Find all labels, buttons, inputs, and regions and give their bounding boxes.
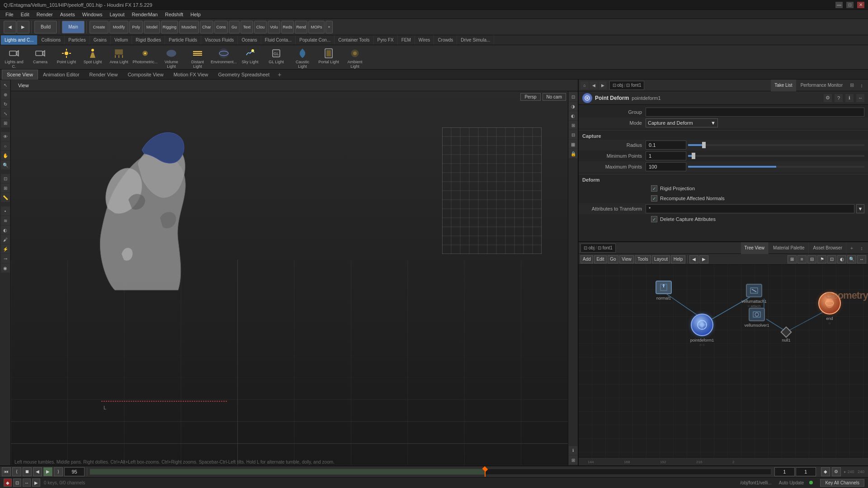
tl-forward-btn[interactable]: ⟩ xyxy=(54,467,63,476)
reds-tab[interactable]: Reds xyxy=(281,21,294,33)
bones-tool[interactable]: ⊸ xyxy=(1,254,10,263)
mops-tab[interactable]: MOPs xyxy=(308,21,325,33)
global-anim-btn[interactable]: ⊡ xyxy=(13,479,21,487)
render-view-tab[interactable]: Render View xyxy=(85,70,123,80)
char-tab[interactable]: Char xyxy=(200,21,213,33)
scale-tool[interactable]: ⤡ xyxy=(1,109,10,118)
motion-fx-view-tab[interactable]: Motion FX View xyxy=(169,70,213,80)
sky-light-button[interactable]: Sky Light xyxy=(238,46,262,66)
volu-tab[interactable]: Volu xyxy=(268,21,280,33)
ng-nav-forward-btn[interactable]: ▶ xyxy=(699,255,708,263)
ng-grid-view-btn[interactable]: ⊟ xyxy=(807,255,816,263)
ng-color-btn[interactable]: ◐ xyxy=(837,255,846,263)
ng-search-btn[interactable]: 🔍 xyxy=(847,255,856,263)
text-tab[interactable]: Text xyxy=(241,21,253,33)
end-frame-display[interactable]: 1 xyxy=(796,467,816,476)
min-points-input[interactable]: 1 xyxy=(646,151,686,160)
vp-bg-btn[interactable]: ▦ xyxy=(569,140,578,149)
vp-info-btn[interactable]: ℹ xyxy=(569,446,578,455)
particle-fluids-tab[interactable]: Particle Fluids xyxy=(165,35,201,45)
wires-tab[interactable]: Wires xyxy=(415,35,434,45)
vp-wire-btn[interactable]: ⊞ xyxy=(569,121,578,130)
start-frame-display[interactable]: 1 xyxy=(774,467,795,476)
scene-view-tab[interactable]: Scene View xyxy=(2,70,38,80)
vp-display-btn[interactable]: ⊡ xyxy=(569,92,578,101)
view-tab[interactable]: View xyxy=(14,83,33,88)
null1-node[interactable]: null1 xyxy=(782,328,790,336)
rigging-tab[interactable]: Rigging xyxy=(161,21,178,33)
pose-tool[interactable]: ⚡ xyxy=(1,244,10,253)
min-points-handle[interactable] xyxy=(692,153,695,159)
composite-view-tab[interactable]: Composite View xyxy=(123,70,168,80)
main-workspace-button[interactable]: Main xyxy=(62,21,85,33)
volume-light-button[interactable]: Volume Light xyxy=(159,46,184,70)
ng-tools-btn[interactable]: Tools xyxy=(635,255,651,263)
radius-slider[interactable] xyxy=(688,144,864,146)
radius-handle[interactable] xyxy=(702,142,706,148)
ambient-light-button[interactable]: Ambient Light xyxy=(343,46,367,70)
ng-layout-btn[interactable]: Layout xyxy=(652,255,670,263)
timeline-track[interactable] xyxy=(90,469,771,475)
range-btn[interactable]: ↔ xyxy=(23,479,31,487)
tree-view-tab[interactable]: Tree View xyxy=(741,242,769,254)
view-tool[interactable]: 👁 xyxy=(1,132,10,141)
props-font1-path[interactable]: ⊡ font1 xyxy=(626,83,641,88)
auto-key-btn[interactable]: ◆ xyxy=(4,479,12,487)
spot-light-button[interactable]: Spot Light xyxy=(80,46,105,66)
vp-lock-btn[interactable]: 🔒 xyxy=(569,149,578,158)
drive-simula-tab[interactable]: Drive Simula... xyxy=(457,35,494,45)
menu-help[interactable]: Help xyxy=(187,10,204,19)
props-panel-expand-btn[interactable]: ↕ xyxy=(857,81,866,90)
poly-tab[interactable]: Poly xyxy=(129,21,143,33)
rigid-bodies-tab[interactable]: Rigid Bodies xyxy=(132,35,165,45)
snap-tool[interactable]: ⊡ xyxy=(1,174,10,183)
props-expand2-btn[interactable]: ↔ xyxy=(856,94,864,102)
sculpt-tool[interactable]: ◐ xyxy=(1,225,10,235)
geometry-spreadsheet-tab[interactable]: Geometry Spreadsheet xyxy=(213,70,275,80)
crowds-tab[interactable]: Crowds xyxy=(434,35,457,45)
attrs-input[interactable]: * xyxy=(646,204,854,213)
vp-render-btn[interactable]: ◑ xyxy=(569,102,578,111)
measure-tool[interactable]: 📏 xyxy=(1,193,10,202)
modify-tab[interactable]: Modify xyxy=(109,21,128,33)
gu-tab[interactable]: Gu xyxy=(229,21,240,33)
pointdeform1-node[interactable]: pointdeform1 ○ ○ xyxy=(691,314,713,336)
performance-monitor-tab[interactable]: Performance Monitor xyxy=(797,80,846,91)
muscles-tab[interactable]: Muscles xyxy=(179,21,199,33)
portal-light-button[interactable]: Portal Light xyxy=(316,46,341,66)
fem-tab[interactable]: FEM xyxy=(398,35,415,45)
cam-button[interactable]: No cam xyxy=(542,93,566,101)
pan-tool[interactable]: ✋ xyxy=(1,151,10,160)
ng-expand3-btn[interactable]: ↔ xyxy=(857,255,866,263)
tumble-tool[interactable]: ○ xyxy=(1,141,10,150)
ng-edit-btn[interactable]: Edit xyxy=(594,255,607,263)
key-all-channels-button[interactable]: Key All Channels xyxy=(820,479,864,487)
transform-tool[interactable]: ⊕ xyxy=(1,90,10,99)
vp-shading-btn[interactable]: ◐ xyxy=(569,111,578,120)
camera-button[interactable]: Camera xyxy=(28,46,52,66)
rotate-tool[interactable]: ↻ xyxy=(1,99,10,108)
caustic-light-button[interactable]: Caustic Light xyxy=(290,46,315,70)
props-expand-btn[interactable]: ⊞ xyxy=(847,81,856,90)
model-tab[interactable]: Model xyxy=(144,21,160,33)
container-tools-tab[interactable]: Container Tools xyxy=(335,35,373,45)
persp-button[interactable]: Persp xyxy=(520,93,540,101)
pyro-fx-tab[interactable]: Pyro FX xyxy=(374,35,398,45)
paint-tool[interactable]: 🖌 xyxy=(1,235,10,244)
vp-grid-btn[interactable]: ⊟ xyxy=(569,130,578,139)
anim-opts-btn[interactable]: ▶ xyxy=(32,479,40,487)
menu-renderman[interactable]: RenderMan xyxy=(128,10,161,19)
viscous-fluids-tab[interactable]: Viscous Fluids xyxy=(201,35,238,45)
tl-play-btn[interactable]: ▶ xyxy=(43,467,52,476)
props-help-btn[interactable]: ? xyxy=(835,94,843,102)
grains-tab[interactable]: Grains xyxy=(90,35,111,45)
menu-layout[interactable]: Layout xyxy=(106,10,128,19)
zoom-tool[interactable]: 🔍 xyxy=(1,160,10,169)
max-points-input[interactable]: 100 xyxy=(646,162,686,171)
node-expand-btn[interactable]: ↕ xyxy=(857,244,866,253)
delete-capture-checkbox[interactable]: ✓ xyxy=(651,216,657,222)
fluid-conta-tab[interactable]: Fluid Conta... xyxy=(261,35,296,45)
props-info-btn[interactable]: ℹ xyxy=(845,94,854,102)
ng-go-btn[interactable]: Go xyxy=(608,255,618,263)
font1-path-btn[interactable]: ⊡ font1 xyxy=(598,245,613,250)
